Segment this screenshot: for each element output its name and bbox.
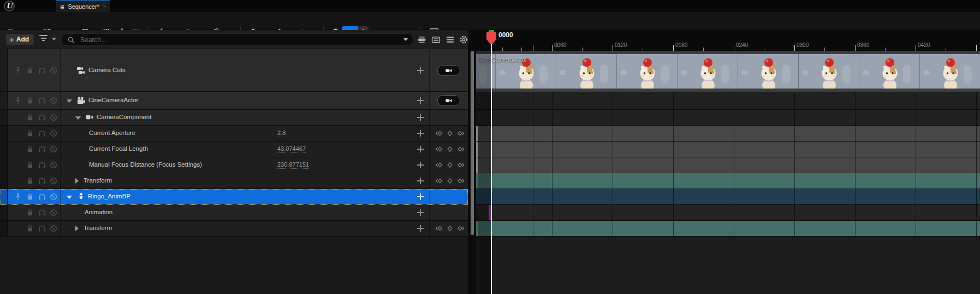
add-key-icon[interactable]	[446, 161, 454, 169]
band-manual-focus-distance[interactable]	[476, 157, 980, 173]
track-row-transform-ringo[interactable]: Transform	[0, 221, 468, 237]
tab-sequencer[interactable]: Sequencer*	[56, 0, 110, 12]
track-row-animation[interactable]: Animation	[0, 205, 468, 221]
headphones-icon[interactable]	[38, 66, 46, 75]
lock-icon[interactable]	[26, 192, 34, 201]
add-key-icon[interactable]	[446, 145, 454, 153]
mute-icon[interactable]	[49, 192, 58, 201]
headphones-icon[interactable]	[38, 96, 46, 105]
search-input[interactable]	[79, 36, 399, 44]
lock-icon[interactable]	[26, 113, 34, 122]
next-key-icon[interactable]	[457, 161, 465, 169]
filter-icon[interactable]	[39, 35, 47, 43]
unreal-logo-icon[interactable]: U	[4, 1, 15, 11]
headphones-icon[interactable]	[38, 208, 46, 217]
playhead-grip[interactable]	[486, 32, 496, 45]
list-view-icon[interactable]	[446, 35, 455, 44]
expanded-view-icon[interactable]	[431, 35, 441, 44]
timeline-ruler[interactable]: 0060 0120 0180 0240 0300 0360 0420 0000	[476, 30, 980, 51]
headphones-icon[interactable]	[38, 161, 46, 169]
add-key-button[interactable]	[417, 225, 424, 232]
add-section-button[interactable]	[417, 193, 424, 201]
mute-icon[interactable]	[49, 161, 58, 169]
prev-key-icon[interactable]	[435, 130, 443, 137]
track-row-transform-camera[interactable]: Transform	[0, 173, 468, 189]
lock-icon[interactable]	[26, 177, 34, 185]
mute-icon[interactable]	[49, 129, 58, 138]
timeline-area[interactable]: 0060 0120 0180 0240 0300 0360 0420 0000	[476, 30, 980, 294]
camera-cuts-section[interactable]: CineCameraActor	[476, 51, 980, 92]
lock-icon[interactable]	[26, 224, 34, 233]
expander-icon[interactable]	[67, 196, 72, 199]
search-chevron-icon[interactable]	[403, 38, 408, 41]
mute-icon[interactable]	[49, 208, 58, 217]
track-row-current-aperture[interactable]: Current Aperture 2.8	[0, 126, 468, 142]
headphones-icon[interactable]	[38, 192, 46, 201]
property-value[interactable]: 43.074467	[277, 145, 306, 153]
property-value[interactable]: 2.8	[277, 130, 286, 137]
expander-icon[interactable]	[75, 116, 81, 120]
add-key-button[interactable]	[417, 161, 424, 169]
mute-icon[interactable]	[49, 224, 58, 233]
add-track-button[interactable]: + Add	[5, 33, 34, 45]
expander-icon[interactable]	[67, 99, 72, 103]
pin-icon[interactable]	[14, 192, 22, 201]
track-row-current-focal-length[interactable]: Current Focal Length 43.074467	[0, 142, 468, 157]
expander-icon[interactable]	[75, 226, 79, 231]
panel-splitter[interactable]	[468, 30, 476, 294]
headphones-icon[interactable]	[38, 145, 46, 154]
prev-key-icon[interactable]	[435, 161, 443, 169]
band-cameracomponent[interactable]	[476, 110, 980, 126]
search-box[interactable]	[61, 33, 414, 46]
headphones-icon[interactable]	[38, 113, 46, 122]
headphones-icon[interactable]	[38, 224, 46, 233]
close-tab-icon[interactable]	[103, 4, 106, 10]
band-ringo-animbp-selected[interactable]	[476, 189, 980, 205]
settings-gear-icon[interactable]	[459, 35, 468, 44]
next-key-icon[interactable]	[457, 145, 465, 153]
mute-icon[interactable]	[49, 113, 58, 122]
lock-icon[interactable]	[26, 96, 34, 105]
prev-key-icon[interactable]	[435, 177, 443, 185]
camera-lock-button[interactable]	[437, 95, 460, 106]
band-transform-ringo[interactable]	[476, 221, 980, 237]
track-row-cameracomponent[interactable]: CameraComponent	[0, 110, 468, 126]
add-key-icon[interactable]	[446, 225, 454, 232]
lock-icon[interactable]	[26, 208, 34, 217]
band-transform-camera[interactable]	[476, 173, 980, 189]
mute-icon[interactable]	[49, 145, 58, 154]
property-value[interactable]: 230.877151	[277, 161, 309, 169]
track-row-cinecameraactor[interactable]: CineCameraActor	[0, 92, 468, 110]
mute-icon[interactable]	[49, 66, 58, 75]
vertical-scrollbar[interactable]	[471, 51, 474, 235]
add-key-button[interactable]	[417, 130, 424, 137]
band-current-focal-length[interactable]	[476, 142, 980, 157]
band-current-aperture[interactable]	[476, 126, 980, 142]
track-row-manual-focus-distance[interactable]: Manual Focus Distance (Focus Settings) 2…	[0, 157, 468, 173]
mute-icon[interactable]	[49, 177, 58, 185]
add-camera-cut-button[interactable]	[417, 67, 424, 74]
mute-icon[interactable]	[49, 96, 58, 105]
next-key-icon[interactable]	[457, 130, 465, 137]
filter-chevron-icon[interactable]	[52, 38, 56, 40]
add-key-button[interactable]	[417, 177, 424, 185]
add-key-icon[interactable]	[446, 130, 454, 137]
pin-icon[interactable]	[14, 96, 22, 105]
next-key-icon[interactable]	[457, 177, 465, 185]
lock-icon[interactable]	[26, 145, 34, 154]
next-key-icon[interactable]	[457, 225, 465, 232]
band-animation[interactable]	[476, 205, 980, 221]
add-section-button[interactable]	[417, 114, 424, 121]
collapsed-view-icon[interactable]	[417, 35, 426, 44]
headphones-icon[interactable]	[38, 177, 46, 185]
lock-icon[interactable]	[26, 161, 34, 169]
headphones-icon[interactable]	[38, 129, 46, 138]
track-row-ringo-animbp[interactable]: Ringo_AnimBP	[0, 189, 468, 205]
lock-icon[interactable]	[26, 129, 34, 138]
playhead-line[interactable]	[491, 44, 492, 294]
camera-lock-button[interactable]	[437, 65, 460, 76]
add-key-button[interactable]	[417, 145, 424, 153]
pin-icon[interactable]	[14, 66, 22, 75]
track-row-camera-cuts[interactable]: Camera Cuts	[0, 49, 468, 92]
prev-key-icon[interactable]	[435, 225, 443, 232]
